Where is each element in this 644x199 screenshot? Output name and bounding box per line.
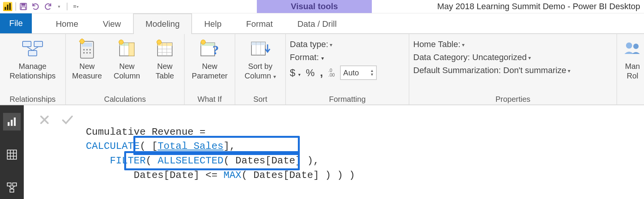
tab-modeling[interactable]: Modeling [133, 13, 192, 34]
format-dropdown[interactable]: Format: ▾ [290, 52, 324, 62]
svg-point-12 [89, 49, 91, 51]
new-table-button[interactable]: New Table [150, 38, 180, 91]
group-sort-label: Sort [239, 93, 281, 104]
svg-point-32 [157, 40, 161, 44]
svg-rect-38 [251, 42, 265, 45]
manage-relationships-icon [22, 38, 43, 59]
formula-text-plain: ] [223, 140, 230, 152]
new-column-button[interactable]: New Column [110, 38, 144, 91]
svg-line-6 [27, 47, 33, 51]
svg-rect-53 [10, 189, 14, 192]
formula-editor[interactable]: Cumulative Revenue = CALCULATE( [Total S… [86, 105, 355, 199]
commit-formula-button[interactable] [60, 112, 75, 127]
formula-line1: Cumulative Revenue = [86, 126, 205, 138]
tab-view[interactable]: View [90, 13, 133, 34]
formula-calculate: CALCULATE [86, 140, 140, 152]
svg-point-15 [89, 52, 91, 54]
calculator-icon [76, 38, 98, 59]
tab-help[interactable]: Help [192, 13, 234, 34]
percent-format-button[interactable]: % [306, 67, 315, 79]
svg-rect-5 [28, 51, 37, 56]
file-tab[interactable]: File [0, 13, 32, 33]
quick-access-toolbar: ▾ 〓▾ [15, 2, 79, 11]
group-sort: Sort by Column Sort [235, 34, 286, 104]
new-parameter-button[interactable]: ? New Parameter [189, 38, 231, 91]
formula-indent [86, 170, 134, 181]
home-table-dropdown[interactable]: Home Table: [413, 39, 465, 49]
formula-text-plain: [ [146, 140, 158, 152]
window-title: May 2018 Learning Summit Demo - Power BI… [437, 0, 640, 13]
tab-data-drill[interactable]: Data / Drill [285, 13, 349, 34]
new-column-label1: New [119, 62, 135, 71]
sort-by-column-button[interactable]: Sort by Column [239, 38, 281, 91]
formula-text-plain: ( [146, 155, 152, 166]
svg-point-41 [626, 42, 632, 49]
view-switcher [0, 105, 24, 199]
svg-rect-43 [8, 122, 10, 126]
currency-format-button[interactable]: $ ▾ [290, 67, 301, 79]
formula-indent [86, 155, 110, 166]
group-what-if: ? New Parameter What If [185, 34, 235, 104]
new-measure-button[interactable]: New Measure [70, 38, 104, 91]
svg-point-16 [80, 39, 84, 44]
cancel-formula-button[interactable] [37, 112, 52, 127]
data-category-dropdown[interactable]: Data Category: Uncategorized [413, 52, 531, 62]
qat-customize[interactable]: 〓▾ [71, 2, 79, 11]
svg-rect-4 [34, 41, 43, 47]
new-column-label2: Column [114, 71, 140, 81]
report-view-button[interactable] [3, 113, 21, 130]
formula-bar-area: Cumulative Revenue = CALCULATE( [Total S… [24, 105, 644, 199]
new-table-label2: Table [156, 71, 174, 81]
parameter-icon: ? [199, 38, 220, 59]
new-table-icon [154, 38, 176, 59]
svg-point-25 [119, 40, 123, 44]
formula-text-plain: , [230, 140, 236, 152]
redo-button[interactable] [43, 2, 53, 11]
decimal-places-value: Auto [343, 69, 359, 77]
manage-roles-button[interactable]: Man Rol [619, 38, 644, 91]
title-bar: ▾ 〓▾ Visual tools May 2018 Learning Summ… [0, 0, 644, 13]
new-parameter-label1: New [202, 62, 217, 71]
manage-relationships-button[interactable]: Manage Relationships [4, 38, 61, 91]
svg-point-36 [201, 40, 205, 44]
roles-icon [622, 38, 643, 59]
svg-rect-46 [7, 150, 16, 159]
thousands-separator-button[interactable]: , [320, 67, 323, 79]
svg-rect-9 [82, 43, 92, 47]
undo-button[interactable] [31, 2, 41, 11]
formula-allselected: ALLSELECTED [158, 155, 223, 166]
svg-rect-52 [13, 183, 16, 186]
svg-point-11 [86, 49, 88, 51]
formula-text-plain: ) ) [331, 170, 355, 181]
group-formatting-label: Formatting [290, 93, 405, 104]
formula-bar-actions [24, 105, 86, 127]
sort-icon [250, 38, 271, 59]
save-button[interactable] [18, 2, 28, 11]
manage-roles-label2: Rol [627, 71, 638, 81]
svg-point-13 [83, 52, 85, 54]
new-measure-label1: New [79, 62, 95, 71]
svg-line-55 [12, 186, 15, 189]
model-view-button[interactable] [3, 179, 21, 196]
ribbon: Manage Relationships Relationships [0, 34, 644, 105]
manage-relationships-label1: Manage [19, 62, 46, 71]
manage-relationships-label2: Relationships [10, 71, 56, 81]
default-summarization-dropdown[interactable]: Default Summarization: Don't summarize [413, 65, 570, 75]
svg-rect-51 [7, 183, 11, 186]
svg-point-14 [86, 52, 88, 54]
sort-by-column-label1: Sort by [248, 62, 272, 71]
tab-format[interactable]: Format [234, 13, 285, 34]
ribbon-tab-strip: File Home View Modeling Help Format Data… [0, 13, 644, 34]
undo-redo-more[interactable]: ▾ [55, 2, 63, 11]
formula-text-plain [152, 155, 158, 166]
tab-home[interactable]: Home [43, 13, 90, 34]
svg-point-10 [83, 49, 85, 51]
svg-rect-1 [21, 3, 25, 6]
decimal-places-input[interactable]: Auto ▲▼ [340, 65, 377, 80]
workspace: Cumulative Revenue = CALCULATE( [Total S… [0, 105, 644, 199]
stepper-icon[interactable]: ▲▼ [370, 69, 374, 77]
data-type-dropdown[interactable]: Data type: [290, 39, 332, 49]
svg-line-54 [9, 186, 12, 189]
data-view-button[interactable] [3, 146, 21, 163]
svg-rect-44 [11, 120, 13, 126]
